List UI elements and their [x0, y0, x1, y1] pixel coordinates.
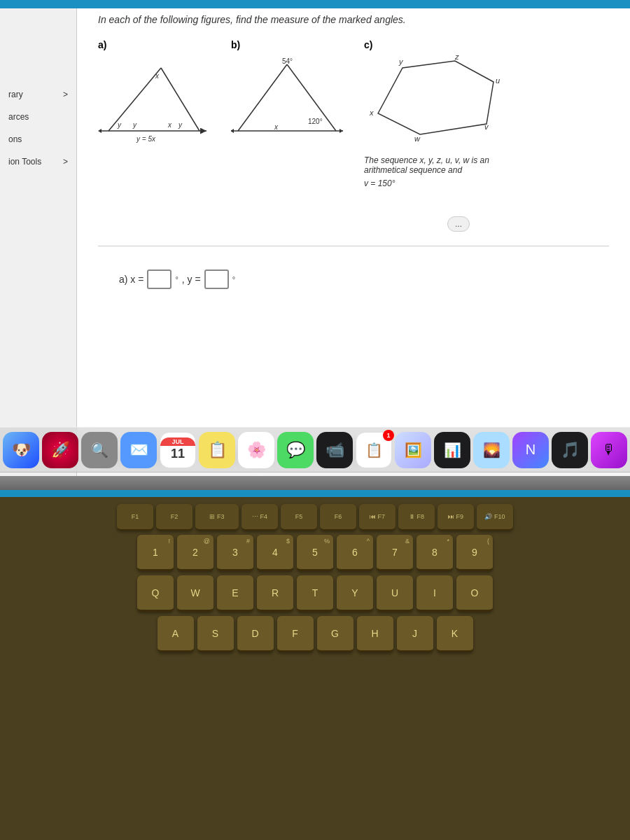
dock-messages[interactable]: 💬 — [277, 432, 314, 468]
answer-area: a) x = ° , y = ° — [98, 253, 609, 300]
key-1[interactable]: ! 1 — [137, 535, 174, 571]
dock-facetime[interactable]: 📹 — [316, 432, 353, 468]
dock-siri[interactable]: N — [512, 432, 549, 468]
key-3[interactable]: # 3 — [217, 535, 253, 571]
key-f10[interactable]: 🔊 F10 — [477, 504, 513, 531]
dock-podcast[interactable]: 🎙 — [591, 432, 627, 468]
answer-comma: , y = — [182, 274, 201, 285]
key-w[interactable]: W — [177, 575, 214, 612]
dock-photos[interactable]: 🌸 — [238, 432, 274, 468]
key-a[interactable]: A — [158, 616, 194, 652]
svg-text:z: z — [454, 54, 459, 61]
qwerty-row: Q W E R T Y U I O — [6, 575, 624, 612]
three-dots-button[interactable]: ... — [447, 216, 470, 232]
key-u[interactable]: U — [377, 575, 413, 612]
key-7[interactable]: & 7 — [377, 535, 413, 571]
figure-c: c) x y z u v w The sequence x, y, z, u, … — [364, 39, 518, 188]
svg-text:w: w — [414, 134, 421, 143]
sidebar-item-arces[interactable]: arces — [0, 106, 76, 127]
svg-text:x: x — [155, 72, 160, 80]
figures-row: a) — [98, 39, 609, 188]
key-i[interactable]: I — [416, 575, 453, 612]
key-d[interactable]: D — [237, 616, 274, 652]
key-r[interactable]: R — [257, 575, 293, 612]
sidebar-item-label: arces — [8, 112, 29, 122]
svg-marker-19 — [378, 61, 493, 134]
dock-preview[interactable]: 🖼️ — [395, 432, 431, 468]
key-g[interactable]: G — [317, 616, 354, 652]
key-k[interactable]: K — [437, 616, 473, 652]
asdf-row: A S D F G H J K — [6, 616, 624, 652]
key-f6[interactable]: F6 — [320, 504, 356, 531]
degree-symbol-y: ° — [232, 275, 235, 284]
key-q[interactable]: Q — [137, 575, 174, 612]
dock-photos2[interactable]: 🌄 — [473, 432, 510, 468]
key-o[interactable]: O — [456, 575, 493, 612]
key-f2[interactable]: F2 — [156, 504, 192, 531]
svg-marker-15 — [340, 129, 343, 133]
answer-y-input[interactable] — [204, 270, 229, 289]
key-e[interactable]: E — [217, 575, 253, 612]
sidebar-item-ion-tools[interactable]: ion Tools > — [0, 151, 76, 172]
figure-a-svg: y y x y x y = 5x — [98, 54, 210, 145]
answer-prefix: a) x = — [119, 274, 144, 285]
key-h[interactable]: H — [357, 616, 393, 652]
key-f8[interactable]: ⏸ F8 — [398, 504, 435, 531]
dock-notes[interactable]: 📋 — [199, 432, 235, 468]
key-f5[interactable]: F5 — [281, 504, 317, 531]
dock-calendar[interactable]: JUL 11 — [160, 432, 196, 468]
key-6[interactable]: ^ 6 — [337, 535, 373, 571]
dock: 🐶 🚀 🔍 ✉️ JUL 11 📋 🌸 💬 📹 📋 1 🖼️ 📊 — [0, 427, 630, 472]
svg-text:y: y — [117, 121, 122, 129]
key-9[interactable]: ( 9 — [456, 535, 493, 571]
key-8[interactable]: * 8 — [416, 535, 453, 571]
svg-marker-14 — [231, 129, 234, 133]
dock-music[interactable]: 🎵 — [552, 432, 588, 468]
sidebar-item-label: ion Tools — [8, 157, 41, 167]
keyboard: F1 F2 ⊞ F3 ⋯ F4 F5 F6 ⏮ F7 ⏸ F8 ⏭ F9 🔊 F… — [0, 497, 630, 840]
figure-c-label: c) — [364, 39, 372, 50]
answer-x-input[interactable] — [147, 270, 172, 289]
key-y[interactable]: Y — [337, 575, 373, 612]
svg-marker-9 — [98, 129, 102, 133]
laptop-body — [0, 476, 630, 490]
key-5[interactable]: % 5 — [297, 535, 333, 571]
key-f[interactable]: F — [277, 616, 314, 652]
dock-launchpad[interactable]: 🚀 — [42, 432, 78, 468]
sequence-text-2: v = 150° — [364, 178, 396, 188]
key-f9[interactable]: ⏭ F9 — [438, 504, 474, 531]
sidebar-item-label: ons — [8, 134, 22, 144]
dock-finder[interactable]: 🐶 — [3, 432, 39, 468]
figure-a-label: a) — [98, 39, 106, 50]
key-4[interactable]: $ 4 — [257, 535, 293, 571]
svg-text:120°: 120° — [308, 118, 323, 125]
svg-text:54°: 54° — [282, 57, 293, 65]
key-f7[interactable]: ⏮ F7 — [359, 504, 396, 531]
svg-text:y = 5x: y = 5x — [136, 135, 156, 143]
dock-stocks[interactable]: 📊 — [434, 432, 470, 468]
key-f4[interactable]: ⋯ F4 — [241, 504, 278, 531]
svg-line-10 — [238, 64, 287, 131]
figure-b: b) 54° 120° — [231, 39, 343, 145]
degree-symbol-x: ° — [175, 275, 178, 284]
dock-reminders[interactable]: 📋 1 — [356, 432, 392, 468]
dock-mail[interactable]: ✉️ — [120, 432, 157, 468]
key-f1[interactable]: F1 — [117, 504, 153, 531]
divider — [98, 246, 609, 246]
sidebar-item-ons[interactable]: ons — [0, 129, 76, 150]
key-2[interactable]: @ 2 — [177, 535, 214, 571]
answer-inputs: a) x = ° , y = ° — [119, 270, 588, 289]
key-s[interactable]: S — [197, 616, 234, 652]
figure-b-svg: 54° 120° x — [231, 54, 343, 145]
svg-text:x: x — [167, 121, 172, 129]
problem-area: In each of the following figures, find t… — [77, 0, 630, 435]
svg-text:x: x — [274, 123, 279, 131]
figure-b-label: b) — [231, 39, 240, 50]
key-f3[interactable]: ⊞ F3 — [195, 504, 239, 531]
sidebar: rary > arces ons ion Tools > — [0, 0, 77, 476]
sidebar-item-rary[interactable]: rary > — [0, 84, 76, 105]
dock-spotlight[interactable]: 🔍 — [81, 432, 118, 468]
chevron-right-icon: > — [63, 90, 68, 99]
key-j[interactable]: J — [397, 616, 433, 652]
key-t[interactable]: T — [297, 575, 333, 612]
